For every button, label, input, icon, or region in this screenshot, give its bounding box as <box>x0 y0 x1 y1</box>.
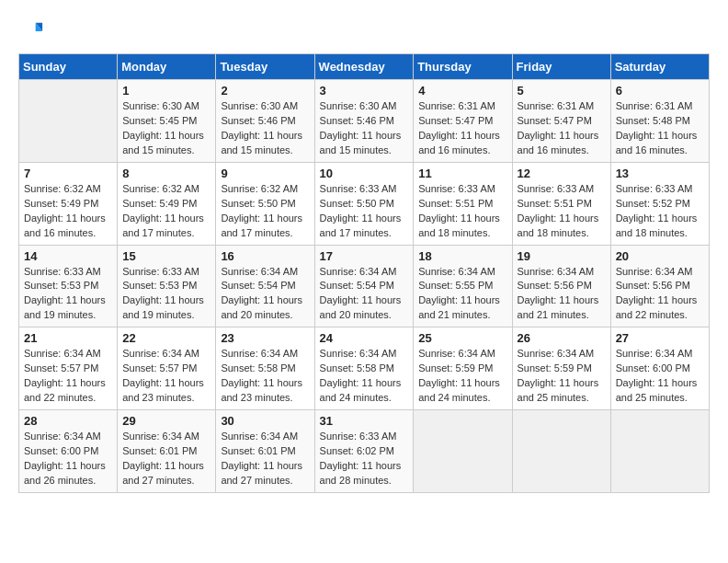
day-info: Sunrise: 6:34 AMSunset: 5:58 PMDaylight:… <box>320 347 409 406</box>
day-info: Sunrise: 6:33 AMSunset: 5:50 PMDaylight:… <box>320 182 409 241</box>
day-cell: 7Sunrise: 6:32 AMSunset: 5:49 PMDaylight… <box>19 162 118 245</box>
day-number: 18 <box>418 249 506 263</box>
day-number: 6 <box>616 84 704 98</box>
day-cell: 27Sunrise: 6:34 AMSunset: 6:00 PMDayligh… <box>610 327 709 410</box>
day-cell: 20Sunrise: 6:34 AMSunset: 5:56 PMDayligh… <box>610 245 709 327</box>
day-info: Sunrise: 6:33 AMSunset: 6:02 PMDaylight:… <box>320 430 409 488</box>
day-info: Sunrise: 6:31 AMSunset: 5:47 PMDaylight:… <box>518 99 606 158</box>
day-number: 3 <box>320 84 409 98</box>
day-number: 11 <box>418 167 506 180</box>
day-number: 29 <box>122 414 210 428</box>
day-info: Sunrise: 6:34 AMSunset: 5:54 PMDaylight:… <box>320 265 409 324</box>
day-cell: 14Sunrise: 6:33 AMSunset: 5:53 PMDayligh… <box>19 245 118 327</box>
day-cell: 16Sunrise: 6:34 AMSunset: 5:54 PMDayligh… <box>216 245 314 327</box>
day-cell: 3Sunrise: 6:30 AMSunset: 5:46 PMDaylight… <box>314 80 414 163</box>
day-cell: 8Sunrise: 6:32 AMSunset: 5:49 PMDaylight… <box>118 162 216 245</box>
day-info: Sunrise: 6:32 AMSunset: 5:49 PMDaylight:… <box>122 182 210 241</box>
column-header-friday: Friday <box>512 54 610 80</box>
day-number: 23 <box>221 331 309 345</box>
day-cell: 28Sunrise: 6:34 AMSunset: 6:00 PMDayligh… <box>19 410 118 493</box>
week-row-2: 7Sunrise: 6:32 AMSunset: 5:49 PMDaylight… <box>19 162 710 245</box>
day-info: Sunrise: 6:34 AMSunset: 5:56 PMDaylight:… <box>518 265 606 324</box>
day-info: Sunrise: 6:34 AMSunset: 6:00 PMDaylight:… <box>24 430 112 488</box>
column-header-wednesday: Wednesday <box>314 54 414 80</box>
calendar-table: SundayMondayTuesdayWednesdayThursdayFrid… <box>18 53 710 493</box>
day-info: Sunrise: 6:33 AMSunset: 5:53 PMDaylight:… <box>24 265 112 324</box>
day-info: Sunrise: 6:34 AMSunset: 5:54 PMDaylight:… <box>221 265 309 324</box>
header-row: SundayMondayTuesdayWednesdayThursdayFrid… <box>19 54 710 80</box>
day-cell: 31Sunrise: 6:33 AMSunset: 6:02 PMDayligh… <box>314 410 414 493</box>
day-cell: 12Sunrise: 6:33 AMSunset: 5:51 PMDayligh… <box>512 162 610 245</box>
day-info: Sunrise: 6:31 AMSunset: 5:48 PMDaylight:… <box>616 99 704 158</box>
day-cell: 29Sunrise: 6:34 AMSunset: 6:01 PMDayligh… <box>118 410 216 493</box>
day-cell: 26Sunrise: 6:34 AMSunset: 5:59 PMDayligh… <box>512 327 610 410</box>
column-header-tuesday: Tuesday <box>216 54 314 80</box>
logo-icon <box>18 18 44 44</box>
day-cell: 2Sunrise: 6:30 AMSunset: 5:46 PMDaylight… <box>216 80 314 163</box>
logo <box>18 18 48 44</box>
day-number: 14 <box>24 249 112 263</box>
day-info: Sunrise: 6:33 AMSunset: 5:51 PMDaylight:… <box>418 182 506 241</box>
day-info: Sunrise: 6:30 AMSunset: 5:46 PMDaylight:… <box>320 99 409 158</box>
day-info: Sunrise: 6:34 AMSunset: 5:57 PMDaylight:… <box>122 347 210 406</box>
day-number: 30 <box>221 414 309 428</box>
day-cell <box>610 410 709 493</box>
day-number: 2 <box>221 84 309 98</box>
day-cell <box>414 410 512 493</box>
column-header-thursday: Thursday <box>414 54 512 80</box>
day-number: 8 <box>122 167 210 180</box>
day-number: 25 <box>418 331 506 345</box>
day-number: 1 <box>122 84 210 98</box>
day-info: Sunrise: 6:32 AMSunset: 5:49 PMDaylight:… <box>24 182 112 241</box>
day-cell: 15Sunrise: 6:33 AMSunset: 5:53 PMDayligh… <box>118 245 216 327</box>
day-number: 24 <box>320 331 409 345</box>
day-cell: 11Sunrise: 6:33 AMSunset: 5:51 PMDayligh… <box>414 162 512 245</box>
day-number: 12 <box>518 167 606 180</box>
day-cell: 22Sunrise: 6:34 AMSunset: 5:57 PMDayligh… <box>118 327 216 410</box>
day-number: 4 <box>418 84 506 98</box>
day-number: 9 <box>221 167 309 180</box>
day-info: Sunrise: 6:30 AMSunset: 5:45 PMDaylight:… <box>122 99 210 158</box>
day-cell: 5Sunrise: 6:31 AMSunset: 5:47 PMDaylight… <box>512 80 610 163</box>
day-info: Sunrise: 6:32 AMSunset: 5:50 PMDaylight:… <box>221 182 309 241</box>
day-info: Sunrise: 6:34 AMSunset: 6:01 PMDaylight:… <box>122 430 210 488</box>
day-info: Sunrise: 6:34 AMSunset: 5:56 PMDaylight:… <box>616 265 704 324</box>
day-cell <box>19 80 118 163</box>
day-number: 26 <box>518 331 606 345</box>
page-header <box>18 18 710 44</box>
day-number: 19 <box>518 249 606 263</box>
week-row-5: 28Sunrise: 6:34 AMSunset: 6:00 PMDayligh… <box>19 410 710 493</box>
day-number: 22 <box>122 331 210 345</box>
day-info: Sunrise: 6:34 AMSunset: 5:59 PMDaylight:… <box>418 347 506 406</box>
day-number: 7 <box>24 167 112 180</box>
day-number: 27 <box>616 331 704 345</box>
day-number: 20 <box>616 249 704 263</box>
day-cell: 18Sunrise: 6:34 AMSunset: 5:55 PMDayligh… <box>414 245 512 327</box>
day-cell: 21Sunrise: 6:34 AMSunset: 5:57 PMDayligh… <box>19 327 118 410</box>
week-row-3: 14Sunrise: 6:33 AMSunset: 5:53 PMDayligh… <box>19 245 710 327</box>
column-header-monday: Monday <box>118 54 216 80</box>
day-cell: 9Sunrise: 6:32 AMSunset: 5:50 PMDaylight… <box>216 162 314 245</box>
day-number: 5 <box>518 84 606 98</box>
day-number: 13 <box>616 167 704 180</box>
day-cell: 24Sunrise: 6:34 AMSunset: 5:58 PMDayligh… <box>314 327 414 410</box>
day-number: 16 <box>221 249 309 263</box>
column-header-saturday: Saturday <box>610 54 709 80</box>
day-number: 17 <box>320 249 409 263</box>
week-row-1: 1Sunrise: 6:30 AMSunset: 5:45 PMDaylight… <box>19 80 710 163</box>
day-number: 28 <box>24 414 112 428</box>
column-header-sunday: Sunday <box>19 54 118 80</box>
day-number: 10 <box>320 167 409 180</box>
day-number: 21 <box>24 331 112 345</box>
day-number: 31 <box>320 414 409 428</box>
day-cell: 4Sunrise: 6:31 AMSunset: 5:47 PMDaylight… <box>414 80 512 163</box>
day-cell: 10Sunrise: 6:33 AMSunset: 5:50 PMDayligh… <box>314 162 414 245</box>
day-info: Sunrise: 6:31 AMSunset: 5:47 PMDaylight:… <box>418 99 506 158</box>
day-cell: 19Sunrise: 6:34 AMSunset: 5:56 PMDayligh… <box>512 245 610 327</box>
day-info: Sunrise: 6:33 AMSunset: 5:53 PMDaylight:… <box>122 265 210 324</box>
day-info: Sunrise: 6:34 AMSunset: 5:55 PMDaylight:… <box>418 265 506 324</box>
day-number: 15 <box>122 249 210 263</box>
day-cell: 13Sunrise: 6:33 AMSunset: 5:52 PMDayligh… <box>610 162 709 245</box>
day-info: Sunrise: 6:34 AMSunset: 5:58 PMDaylight:… <box>221 347 309 406</box>
day-cell: 1Sunrise: 6:30 AMSunset: 5:45 PMDaylight… <box>118 80 216 163</box>
